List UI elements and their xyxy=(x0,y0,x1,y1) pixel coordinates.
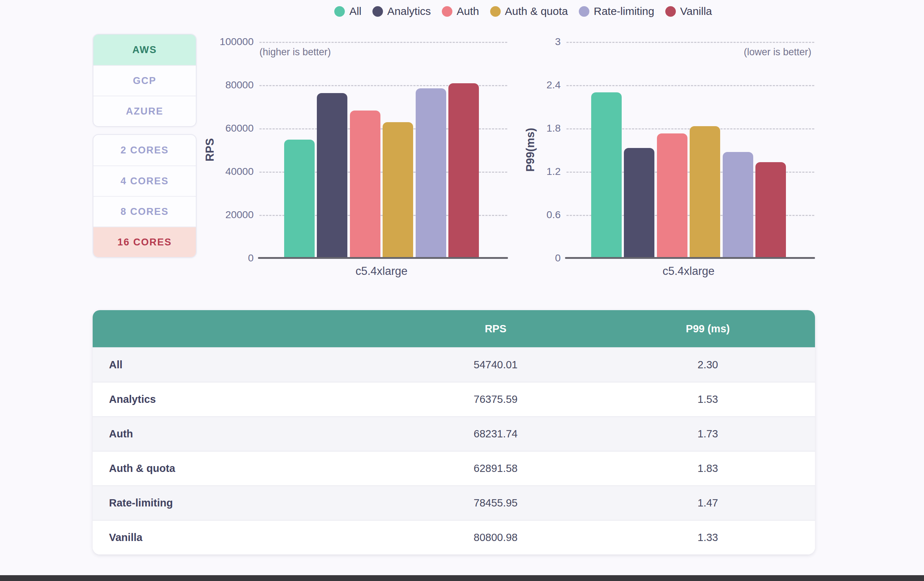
row-label: Auth & quota xyxy=(92,462,391,475)
table-row: Auth & quota62891.581.83 xyxy=(92,451,815,485)
y-axis-title: RPS xyxy=(203,95,217,204)
p99-value: 1.47 xyxy=(601,497,815,509)
p99-value: 1.83 xyxy=(601,462,815,475)
sidebar-item-gcp[interactable]: GCP xyxy=(93,65,196,96)
table-row: Vanilla80800.981.33 xyxy=(92,520,815,555)
table-body: All54740.012.30Analytics76375.591.53Auth… xyxy=(92,347,815,555)
sidebar-item-2-cores[interactable]: 2 CORES xyxy=(93,135,196,166)
row-label: Auth xyxy=(92,428,391,440)
y-tick-label: 0 xyxy=(203,252,254,265)
gridline xyxy=(566,85,814,86)
rps-value: 62891.58 xyxy=(391,462,601,475)
p99-value: 1.53 xyxy=(601,393,815,406)
bar-rate-limiting xyxy=(416,88,446,258)
sidebar-item-azure[interactable]: AZURE xyxy=(93,96,196,126)
bar-vanilla xyxy=(448,83,479,258)
y-tick-label: 0.6 xyxy=(510,209,561,222)
bar-all xyxy=(591,92,622,258)
sidebar-item-4-cores[interactable]: 4 CORES xyxy=(93,166,196,196)
table-row: All54740.012.30 xyxy=(92,347,815,382)
y-tick-label: 3 xyxy=(510,35,561,48)
bar-analytics xyxy=(624,148,654,258)
gridline xyxy=(566,42,814,43)
y-tick-label: 80000 xyxy=(203,79,254,92)
y-tick-label: 1.2 xyxy=(510,165,561,178)
plot-area xyxy=(259,42,504,258)
table-row: Auth68231.741.73 xyxy=(92,416,815,451)
p99-value: 1.73 xyxy=(601,428,815,440)
p99-value: 1.33 xyxy=(601,531,815,543)
rps-value: 78455.95 xyxy=(391,497,601,509)
p99-value: 2.30 xyxy=(601,359,815,371)
sidebar-item-aws[interactable]: AWS xyxy=(93,35,196,65)
y-tick-label: 1.8 xyxy=(510,122,561,135)
sidebar-group-cores: 2 CORES4 CORES8 CORES16 CORES xyxy=(92,134,196,258)
y-tick-label: 20000 xyxy=(203,209,254,222)
bar-auth-quota xyxy=(383,122,413,258)
rps-value: 54740.01 xyxy=(391,359,601,371)
row-label: All xyxy=(92,359,391,371)
bar-vanilla xyxy=(756,162,786,258)
bar-auth-quota xyxy=(690,126,720,258)
sidebar-item-8-cores[interactable]: 8 CORES xyxy=(93,196,196,227)
p99-chart: P99(ms) (lower is better) c5.4xlarge 00.… xyxy=(510,0,820,287)
bar-auth xyxy=(350,111,380,258)
y-tick-label: 100000 xyxy=(203,35,254,48)
rps-value: 76375.59 xyxy=(391,393,601,406)
y-tick-label: 2.4 xyxy=(510,79,561,92)
bar-auth xyxy=(657,133,688,258)
table-row: Rate-limiting78455.951.47 xyxy=(92,485,815,520)
x-axis-line xyxy=(258,257,508,259)
y-tick-label: 40000 xyxy=(203,165,254,178)
table-row: Analytics76375.591.53 xyxy=(92,382,815,416)
y-tick-label: 60000 xyxy=(203,122,254,135)
bar-analytics xyxy=(317,93,347,258)
x-axis-line xyxy=(565,257,815,259)
sidebar-item-16-cores[interactable]: 16 CORES xyxy=(93,227,196,257)
sidebar-group-provider: AWSGCPAZURE xyxy=(92,34,196,127)
x-category-label: c5.4xlarge xyxy=(259,265,504,278)
row-label: Analytics xyxy=(92,393,391,406)
row-label: Rate-limiting xyxy=(92,497,391,509)
x-category-label: c5.4xlarge xyxy=(566,265,811,278)
bottom-bar xyxy=(0,575,924,581)
bar-all xyxy=(284,140,315,258)
table-header-row: RPSP99 (ms) xyxy=(92,310,815,347)
plot-area xyxy=(566,42,811,258)
row-label: Vanilla xyxy=(92,531,391,543)
gridline xyxy=(259,42,507,43)
bar-rate-limiting xyxy=(723,152,753,258)
y-axis-title: P99(ms) xyxy=(523,95,538,204)
rps-chart: RPS (higher is better) c5.4xlarge 020000… xyxy=(203,0,513,287)
rps-value: 80800.98 xyxy=(391,531,601,543)
table-header-cell: P99 (ms) xyxy=(601,323,815,335)
table-header-cell: RPS xyxy=(391,323,601,335)
y-tick-label: 0 xyxy=(510,252,561,265)
results-table: RPSP99 (ms) All54740.012.30Analytics7637… xyxy=(92,310,815,555)
rps-value: 68231.74 xyxy=(391,428,601,440)
